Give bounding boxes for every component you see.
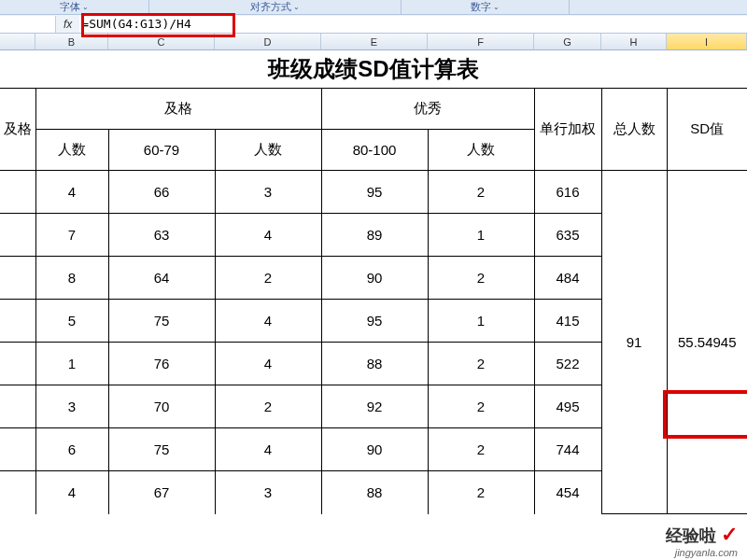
cell[interactable]: 88: [321, 471, 428, 514]
cell[interactable]: 63: [108, 214, 215, 257]
cell[interactable]: 67: [108, 471, 215, 514]
cell-total-h[interactable]: 91: [601, 171, 667, 514]
cell[interactable]: 95: [321, 300, 428, 343]
cell[interactable]: 522: [534, 343, 601, 385]
formula-input[interactable]: [79, 16, 747, 33]
cell[interactable]: 66: [108, 171, 215, 214]
cell[interactable]: [0, 214, 35, 257]
cell[interactable]: 5: [35, 300, 108, 343]
cell[interactable]: 92: [321, 385, 428, 428]
cell[interactable]: [0, 428, 35, 471]
cell[interactable]: 744: [534, 428, 601, 471]
cell[interactable]: 2: [428, 171, 534, 214]
col-header-e[interactable]: E: [321, 34, 428, 49]
cell[interactable]: 2: [215, 385, 321, 428]
cell[interactable]: 495: [534, 385, 601, 428]
cell[interactable]: 4: [35, 471, 108, 514]
cell[interactable]: 415: [534, 300, 601, 343]
cell[interactable]: [0, 171, 35, 214]
cell[interactable]: 2: [215, 257, 321, 300]
col-header-h[interactable]: H: [601, 34, 667, 49]
cell[interactable]: 2: [428, 257, 534, 300]
cell[interactable]: 4: [35, 171, 108, 214]
col-header-i[interactable]: I: [667, 34, 747, 49]
cell[interactable]: 2: [428, 471, 534, 514]
cell[interactable]: 6: [35, 428, 108, 471]
name-box[interactable]: [0, 16, 56, 33]
col-header-g[interactable]: G: [534, 34, 601, 49]
cell[interactable]: 89: [321, 214, 428, 257]
cell[interactable]: 2: [428, 343, 534, 385]
dropdown-indicator-icon: ⌄: [82, 3, 89, 11]
dropdown-indicator-icon: ⌄: [293, 3, 300, 11]
ribbon-number-label[interactable]: 数字⌄: [402, 0, 570, 14]
cell[interactable]: 4: [215, 214, 321, 257]
watermark-url: jingyanla.com: [666, 547, 738, 558]
cell[interactable]: 95: [321, 171, 428, 214]
cell[interactable]: 3: [215, 471, 321, 514]
cell[interactable]: [0, 343, 35, 385]
cell[interactable]: 616: [534, 171, 601, 214]
cell[interactable]: 2: [428, 428, 534, 471]
col-header-a[interactable]: [0, 34, 35, 49]
cell[interactable]: 75: [108, 428, 215, 471]
cell[interactable]: 4: [215, 300, 321, 343]
cell[interactable]: [0, 471, 35, 514]
col-header-c[interactable]: C: [108, 34, 215, 49]
check-icon: ✓: [721, 523, 738, 546]
dropdown-indicator-icon: ⌄: [493, 3, 500, 11]
cell[interactable]: 64: [108, 257, 215, 300]
cell[interactable]: 75: [108, 300, 215, 343]
cell[interactable]: 3: [215, 171, 321, 214]
col-header-b[interactable]: B: [35, 34, 108, 49]
cell[interactable]: 8: [35, 257, 108, 300]
spreadsheet-area[interactable]: 班级成绩SD值计算表 及格 及格 优秀 单行加权 总人数 SD值 人数 60-7…: [0, 50, 747, 514]
cell[interactable]: 4: [215, 428, 321, 471]
cell[interactable]: 90: [321, 428, 428, 471]
cell[interactable]: 4: [215, 343, 321, 385]
page-title: 班级成绩SD值计算表: [0, 50, 747, 88]
cell[interactable]: 2: [428, 385, 534, 428]
cell[interactable]: 635: [534, 214, 601, 257]
header-youxiu[interactable]: 优秀: [321, 89, 534, 130]
cell[interactable]: 88: [321, 343, 428, 385]
header-renshu-1[interactable]: 人数: [35, 130, 108, 171]
header-renshu-2[interactable]: 人数: [215, 130, 321, 171]
col-header-f[interactable]: F: [428, 34, 534, 49]
cell[interactable]: 70: [108, 385, 215, 428]
header-jige-partial[interactable]: 及格: [0, 89, 35, 171]
fx-icon[interactable]: fx: [56, 18, 79, 31]
cell[interactable]: [0, 385, 35, 428]
cell[interactable]: 7: [35, 214, 108, 257]
watermark-text: 经验啦: [666, 526, 716, 545]
header-zongren[interactable]: 总人数: [601, 89, 667, 171]
cell[interactable]: 90: [321, 257, 428, 300]
cell[interactable]: 1: [35, 343, 108, 385]
data-table: 及格 及格 优秀 单行加权 总人数 SD值 人数 60-79 人数 80-100…: [0, 88, 747, 514]
watermark: 经验啦 ✓ jingyanla.com: [666, 523, 738, 558]
ribbon-font-label[interactable]: 字体⌄: [0, 0, 149, 14]
ribbon-align-label[interactable]: 对齐方式⌄: [149, 0, 402, 14]
cell[interactable]: 3: [35, 385, 108, 428]
cell-sd-value[interactable]: 55.54945: [667, 171, 747, 514]
cell[interactable]: 454: [534, 471, 601, 514]
cell[interactable]: [0, 300, 35, 343]
formula-bar: fx: [0, 15, 747, 34]
header-danhang[interactable]: 单行加权: [534, 89, 601, 171]
header-range2[interactable]: 80-100: [321, 130, 428, 171]
cell[interactable]: [0, 257, 35, 300]
header-sdzhi[interactable]: SD值: [667, 89, 747, 171]
cell[interactable]: 484: [534, 257, 601, 300]
column-headers: B C D E F G H I: [0, 34, 747, 50]
header-jige[interactable]: 及格: [35, 89, 321, 130]
col-header-d[interactable]: D: [215, 34, 321, 49]
cell[interactable]: 1: [428, 214, 534, 257]
header-range1[interactable]: 60-79: [108, 130, 215, 171]
header-renshu-3[interactable]: 人数: [428, 130, 534, 171]
cell[interactable]: 1: [428, 300, 534, 343]
cell[interactable]: 76: [108, 343, 215, 385]
ribbon-group-labels: 字体⌄ 对齐方式⌄ 数字⌄: [0, 0, 747, 15]
